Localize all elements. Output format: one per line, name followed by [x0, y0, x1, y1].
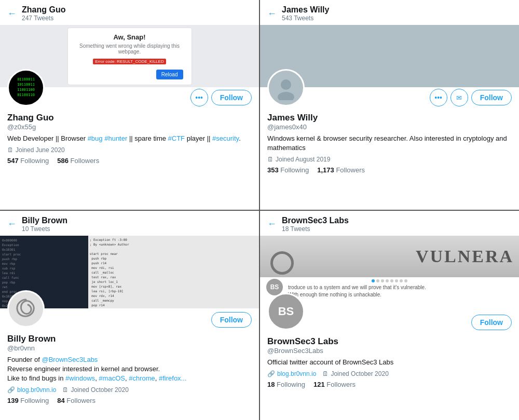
join-date-text: Joined October 2020	[71, 386, 128, 394]
action-buttons: Follow	[211, 312, 252, 328]
profile-stats: 353 Following 1,173 Followers	[267, 166, 512, 174]
card-header: ← Billy Brown 10 Tweets	[0, 211, 259, 236]
avatar-action-row: 01100011 10110011 11001100 01100110 ••• …	[0, 69, 259, 111]
more-options-button[interactable]: •••	[430, 89, 447, 106]
profile-stats: 18 Following 121 Followers	[267, 381, 512, 388]
avatar	[7, 290, 45, 328]
tweet-count: 10 Tweets	[22, 225, 67, 233]
dot-inactive	[400, 279, 403, 282]
avatar: 01100011 10110011 11001100 01100110	[7, 69, 45, 106]
profile-name: James Willy	[267, 113, 512, 123]
join-date-text: Joined October 2020	[331, 370, 388, 377]
join-date-text: Joined August 2019	[276, 156, 330, 163]
profile-meta: 🔗 blog.br0vnn.io 🗓 Joined October 2020	[267, 370, 512, 377]
website-link[interactable]: 🔗 blog.br0vnn.io	[267, 370, 316, 377]
back-arrow-icon[interactable]: ←	[267, 219, 277, 229]
back-arrow-icon[interactable]: ←	[7, 219, 17, 229]
profile-handle: @BrownSec3Labs	[267, 347, 512, 355]
calendar-icon: 🗓	[62, 386, 69, 394]
header-name: Billy Brown	[22, 216, 67, 225]
profile-meta: 🗓 Joined June 2020	[7, 146, 252, 154]
following-stat: 139 Following	[7, 397, 49, 404]
svg-point-2	[9, 292, 43, 326]
calendar-icon: 🗓	[7, 146, 13, 154]
join-date: 🗓 Joined October 2020	[322, 370, 388, 377]
magnifier-icon	[270, 251, 294, 275]
banner: VULNERA BS troduce us to a system and we…	[260, 236, 519, 298]
header-info: BrownSec3 Labs 18 Tweets	[282, 216, 349, 233]
back-arrow-icon[interactable]: ←	[267, 8, 277, 19]
followers-stat: 121 Followers	[313, 381, 356, 388]
back-arrow-icon[interactable]: ←	[7, 8, 17, 19]
error-code: Error code: RESULT_CODE_KILLED	[93, 59, 166, 64]
card-james-willy: ← James Willy 543 Tweets ••• ✉ Follow Ja…	[260, 0, 519, 210]
svg-point-1	[278, 92, 294, 100]
header-name: BrownSec3 Labs	[282, 216, 349, 225]
email-button[interactable]: ✉	[450, 89, 468, 106]
profile-info: Zhang Guo @z0x55g Web Developer || Brows…	[0, 111, 259, 169]
error-desc: Something went wrong while displaying th…	[76, 43, 183, 55]
avatar-action-row: BS Follow	[260, 293, 519, 334]
swirl-icon	[9, 292, 43, 326]
header-info: James Willy 543 Tweets	[282, 5, 329, 22]
tweet-count: 543 Tweets	[282, 15, 329, 22]
action-buttons: ••• ✉ Follow	[430, 89, 512, 106]
header-name: James Willy	[282, 5, 329, 15]
follow-button[interactable]: Follow	[471, 315, 512, 330]
avatar: BS	[267, 293, 305, 330]
dot-active	[372, 279, 375, 282]
followers-stat: 84 Followers	[57, 397, 95, 404]
website-text: blog.br0vnn.io	[17, 386, 56, 394]
profile-bio: Founder of @BrownSec3Labs Reverse engine…	[7, 355, 252, 384]
follow-button[interactable]: Follow	[211, 312, 252, 328]
action-buttons: Follow	[471, 315, 512, 330]
dot-inactive	[381, 279, 384, 282]
profile-handle: @james0x40	[267, 123, 512, 131]
card-header: ← Zhang Guo 247 Tweets	[0, 0, 259, 25]
profile-name: Billy Brown	[7, 334, 252, 344]
followers-stat: 586 Followers	[57, 157, 99, 165]
link-icon: 🔗	[7, 386, 15, 394]
dot-inactive	[376, 279, 379, 282]
follow-button[interactable]: Follow	[211, 90, 252, 105]
header-info: Zhang Guo 247 Tweets	[22, 5, 65, 22]
avatar-action-row: Follow	[0, 290, 259, 332]
website-text: blog.br0vnn.io	[277, 370, 316, 377]
follow-button[interactable]: Follow	[471, 90, 512, 105]
card-brownsec3-labs: ← BrownSec3 Labs 18 Tweets VULNERA	[260, 211, 519, 421]
more-options-button[interactable]: •••	[190, 89, 208, 106]
profile-info: Billy Brown @br0vnn Founder of @BrownSec…	[0, 332, 259, 409]
card-zhang-guo: ← Zhang Guo 247 Tweets Aw, Snap! Somethi…	[0, 0, 259, 210]
dot-inactive	[386, 279, 389, 282]
join-date-text: Joined June 2020	[16, 146, 65, 154]
tweet-count: 18 Tweets	[282, 225, 349, 233]
dot-inactive	[395, 279, 398, 282]
join-date: 🗓 Joined October 2020	[62, 386, 128, 394]
avatar-action-row: ••• ✉ Follow	[260, 69, 519, 111]
svg-point-0	[281, 79, 291, 90]
error-title: Aw, Snap!	[76, 33, 183, 41]
header-info: Billy Brown 10 Tweets	[22, 216, 67, 233]
calendar-icon: 🗓	[322, 370, 329, 377]
banner-dots	[260, 277, 519, 284]
following-stat: 18 Following	[267, 381, 305, 388]
profile-name: BrownSec3 Labs	[267, 336, 512, 347]
main-grid: ← Zhang Guo 247 Tweets Aw, Snap! Somethi…	[0, 0, 519, 420]
join-date: 🗓 Joined August 2019	[267, 156, 330, 163]
banner-top: VULNERA	[260, 236, 519, 277]
card-header: ← James Willy 543 Tweets	[260, 0, 519, 25]
profile-name: Zhang Guo	[7, 113, 252, 123]
profile-info: James Willy @james0x40 Windows kernel & …	[260, 111, 519, 178]
profile-stats: 139 Following 84 Followers	[7, 397, 252, 404]
profile-meta: 🔗 blog.br0vnn.io 🗓 Joined October 2020	[7, 386, 252, 394]
calendar-icon: 🗓	[267, 156, 274, 163]
dot-inactive	[404, 279, 407, 282]
profile-stats: 547 Following 586 Followers	[7, 157, 252, 165]
join-date: 🗓 Joined June 2020	[7, 146, 65, 154]
profile-bio: Windows kernel & browser security resear…	[267, 134, 512, 153]
profile-handle: @br0vnn	[7, 344, 252, 352]
website-link[interactable]: 🔗 blog.br0vnn.io	[7, 386, 56, 394]
following-stat: 547 Following	[7, 157, 49, 165]
followers-stat: 1,173 Followers	[317, 166, 365, 174]
link-icon: 🔗	[267, 370, 275, 377]
